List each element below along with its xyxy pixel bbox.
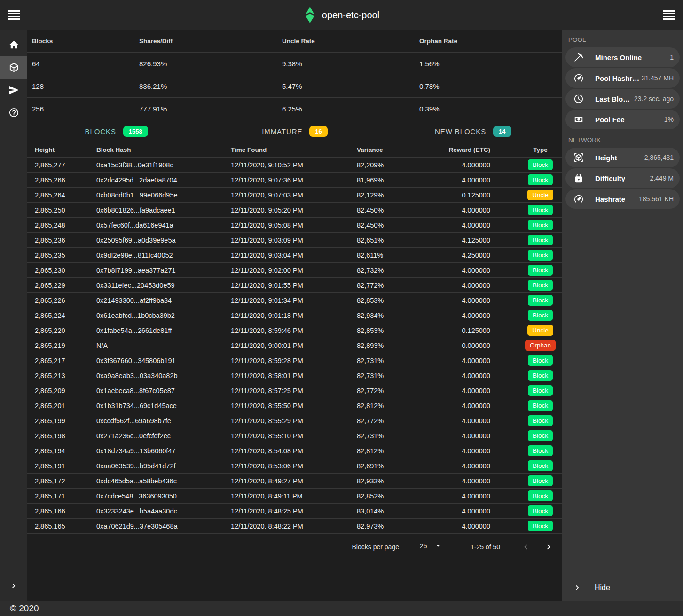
pool-stats-list: Miners Online1Pool Hashrate31.457 MHLast… <box>565 47 680 129</box>
tab-count-badge: 14 <box>493 126 511 137</box>
stat-label: Difficulty <box>595 174 625 182</box>
type-badge: Block <box>528 250 553 261</box>
right-menu-icon[interactable] <box>663 10 675 20</box>
cell-time-found: 12/11/2020, 9:00:01 PM <box>223 342 349 349</box>
cell-time-found: 12/11/2020, 8:49:27 PM <box>223 477 349 485</box>
cell-height: 2,865,277 <box>27 161 89 169</box>
cell-block-hash: 0xa70621d9...37e305468a <box>89 522 223 530</box>
table-row: 2,865,1940x18d734a9...13b6060f4712/11/20… <box>27 443 562 458</box>
page-title: open-etc-pool <box>322 10 379 21</box>
table-row: 2,865,2200x1fabe54a...2661de81ff12/11/20… <box>27 323 562 338</box>
cell-variance: 81,969% <box>349 176 420 184</box>
cell-block-hash: 0x6b801826...fa9adcaee1 <box>89 206 223 214</box>
cell-block-hash: 0x3f367660...345806b191 <box>89 357 223 364</box>
cell-block-hash: 0x7b8f7199...aea377a271 <box>89 267 223 274</box>
cell-variance: 82,852% <box>349 492 420 500</box>
cell-block-hash: 0xb08dd0b1...99e066d95e <box>89 191 223 199</box>
cell-height: 2,865,171 <box>27 492 89 500</box>
cell-type: Block <box>490 174 562 185</box>
tab-label: IMMATURE <box>262 127 302 135</box>
stat-value: 185.561 KH <box>637 195 674 203</box>
tab-label: NEW BLOCKS <box>435 127 486 135</box>
cell-block-hash: 0x9df2e98e...811fc40052 <box>89 252 223 259</box>
luck-cell: 5.47% <box>282 82 419 90</box>
type-badge: Block <box>528 445 553 456</box>
cell-reward: 4.000000 <box>420 462 490 470</box>
cell-time-found: 12/11/2020, 8:57:25 PM <box>223 387 349 395</box>
sidebar-item-blocks[interactable] <box>0 56 27 79</box>
pool-stat-pool-fee: Pool Fee1% <box>565 110 680 129</box>
expand-sidebar-button[interactable] <box>0 577 27 595</box>
cell-reward: 4.000000 <box>420 221 490 229</box>
table-row: 2,865,1660x3233243e...b5a4aa30dc12/11/20… <box>27 504 562 519</box>
cell-height: 2,865,217 <box>27 357 89 364</box>
app-window: open-etc-pool Blocks Shares/Diff Uncle R… <box>0 0 683 616</box>
type-badge: Block <box>528 220 553 230</box>
cell-reward: 4.000000 <box>420 282 490 289</box>
luck-table-body: 64826.93%9.38%1.56%128836.21%5.47%0.78%2… <box>27 53 562 120</box>
page-size-value: 25 <box>420 542 427 550</box>
cell-variance: 82,731% <box>349 432 420 440</box>
type-badge: Block <box>528 265 553 276</box>
col-header-variance: Variance <box>349 146 420 153</box>
type-badge: Block <box>528 280 553 291</box>
tab-count-badge: 16 <box>309 126 327 137</box>
cell-time-found: 12/11/2020, 8:55:10 PM <box>223 432 349 440</box>
type-badge: Uncle <box>527 325 553 336</box>
cell-variance: 82,812% <box>349 447 420 455</box>
type-badge: Block <box>528 521 553 531</box>
left-menu-icon[interactable] <box>8 10 20 20</box>
tab-label: BLOCKS <box>85 127 116 135</box>
tab-blocks[interactable]: BLOCKS1558 <box>27 120 205 142</box>
table-row: 2,865,2660x2dc4295d...2dae0a870412/11/20… <box>27 173 562 188</box>
luck-cell: 256 <box>32 105 139 113</box>
cell-reward: 4.000000 <box>420 372 490 379</box>
pool-stat-miners-online: Miners Online1 <box>565 47 680 67</box>
blocks-table-body: 2,865,2770xa15d3f38...0e31f1908c12/11/20… <box>27 158 562 534</box>
menu-down-icon <box>435 543 441 549</box>
sidebar-item-home[interactable] <box>0 33 27 56</box>
cell-time-found: 12/11/2020, 9:03:09 PM <box>223 237 349 244</box>
copyright-text: © 2020 <box>10 603 39 614</box>
cell-reward: 4.000000 <box>420 507 490 515</box>
tab-new-blocks[interactable]: NEW BLOCKS14 <box>384 120 562 142</box>
luck-table-header: Blocks Shares/Diff Uncle Rate Orphan Rat… <box>27 30 562 53</box>
luck-table-row: 64826.93%9.38%1.56% <box>27 53 562 75</box>
cell-type: Block <box>490 280 562 291</box>
cell-block-hash: N/A <box>89 342 223 349</box>
lock-icon <box>573 173 584 183</box>
help-icon <box>8 107 19 118</box>
previous-page-button[interactable] <box>521 542 531 552</box>
hide-sidebar-button[interactable]: Hide <box>562 583 683 592</box>
cell-height: 2,865,235 <box>27 252 89 259</box>
cell-type: Block <box>490 250 562 261</box>
cell-variance: 82,853% <box>349 297 420 304</box>
cell-time-found: 12/11/2020, 8:53:06 PM <box>223 462 349 470</box>
col-header-reward: Reward (ETC) <box>420 146 490 153</box>
cell-block-hash: 0x1fabe54a...2661de81ff <box>89 327 223 334</box>
cell-block-hash: 0x1aebeca8...8f67c05e87 <box>89 387 223 395</box>
sidebar-item-payments[interactable] <box>0 79 27 101</box>
cell-reward: 0.125000 <box>420 327 490 334</box>
luck-cell: 128 <box>32 82 139 90</box>
chevron-right-icon <box>9 581 18 591</box>
chevron-right-icon <box>573 583 582 592</box>
page-size-select[interactable]: 25 <box>415 540 444 553</box>
cell-reward: 4.000000 <box>420 206 490 214</box>
luck-cell: 6.25% <box>282 105 419 113</box>
cell-height: 2,865,266 <box>27 176 89 184</box>
cell-type: Block <box>490 295 562 306</box>
luck-header-orphan-rate: Orphan Rate <box>419 38 562 45</box>
etc-logo-icon <box>304 7 316 24</box>
next-page-button[interactable] <box>543 542 554 552</box>
sidebar-item-help[interactable] <box>0 101 27 124</box>
cell-time-found: 12/11/2020, 8:48:25 PM <box>223 507 349 515</box>
luck-cell: 826.93% <box>139 60 282 68</box>
tab-immature[interactable]: IMMATURE16 <box>205 120 384 142</box>
luck-cell: 9.38% <box>282 60 419 68</box>
table-row: 2,865,1650xa70621d9...37e305468a12/11/20… <box>27 519 562 534</box>
stat-value: 23.2 sec. ago <box>632 95 674 103</box>
type-badge: Block <box>528 505 553 516</box>
app-title-group: open-etc-pool <box>304 7 379 24</box>
cell-block-hash: 0x18d734a9...13b6060f47 <box>89 447 223 455</box>
